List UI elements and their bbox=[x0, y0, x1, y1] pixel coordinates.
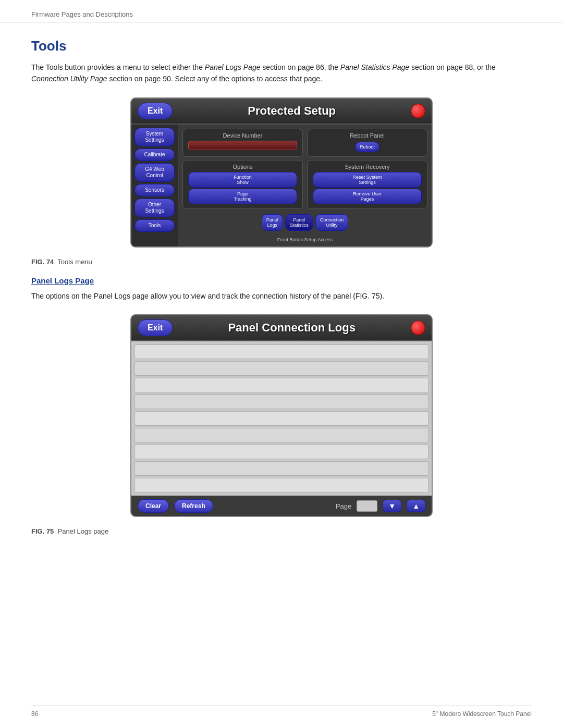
log-row bbox=[134, 361, 429, 376]
g4-web-control-btn[interactable]: G4 WebControl bbox=[134, 163, 175, 182]
logs-panel-header: Exit Panel Connection Logs bbox=[131, 315, 432, 341]
device-number-section: Device Number bbox=[182, 129, 303, 157]
front-button-label: Front Button Setup Access bbox=[182, 237, 427, 242]
reboot-button[interactable]: Reboot bbox=[355, 142, 380, 152]
panel-logs-description: The options on the Panel Logs page allow… bbox=[31, 290, 532, 302]
log-row bbox=[134, 445, 429, 459]
refresh-button[interactable]: Refresh bbox=[174, 499, 213, 513]
panel-header: Exit Protected Setup bbox=[131, 98, 432, 125]
protected-body: SystemSettings Calibrate G4 WebControl S… bbox=[131, 125, 432, 246]
page-number-input[interactable] bbox=[357, 500, 377, 512]
protected-setup-panel: Exit Protected Setup SystemSettings Cali… bbox=[130, 97, 433, 248]
scroll-up-button[interactable]: ▲ bbox=[407, 500, 425, 512]
log-row bbox=[134, 461, 429, 476]
log-row bbox=[134, 378, 429, 392]
function-show-btn[interactable]: FunctionShow bbox=[188, 172, 297, 188]
page-footer: 86 5" Modero Widescreen Touch Panel bbox=[31, 706, 532, 718]
device-number-input[interactable] bbox=[188, 141, 297, 150]
page-number: 86 bbox=[31, 710, 38, 718]
panel-logs-footer: Clear Refresh Page ▼ ▲ bbox=[131, 496, 432, 516]
panel-logs-tool-btn[interactable]: PanelLogs bbox=[262, 214, 283, 231]
log-row bbox=[134, 344, 429, 359]
device-number-label: Device Number bbox=[188, 132, 297, 139]
section-title: Tools bbox=[31, 38, 532, 54]
panel-logs-body bbox=[131, 341, 432, 496]
system-settings-btn[interactable]: SystemSettings bbox=[134, 128, 175, 146]
options-label: Options bbox=[188, 164, 297, 170]
scroll-down-button[interactable]: ▼ bbox=[383, 500, 401, 512]
remove-user-btn[interactable]: Remove UserPages bbox=[313, 189, 422, 204]
panel-logs-panel: Exit Panel Connection Logs Clear Refresh bbox=[130, 314, 433, 517]
panel-statistics-tool-btn[interactable]: PanelStatistics bbox=[285, 214, 313, 231]
other-settings-btn[interactable]: OtherSettings bbox=[134, 199, 175, 217]
sensors-btn[interactable]: Sensors bbox=[134, 184, 175, 196]
bottom-tools-row: PanelLogs PanelStatistics ConnectionUtil… bbox=[182, 212, 427, 233]
reboot-panel-label: Reboot Panel bbox=[350, 132, 385, 139]
reboot-section: Reboot Panel Reboot bbox=[307, 129, 427, 157]
system-recovery-section: System Recovery Reset SystemSettings Rem… bbox=[307, 160, 427, 209]
clear-button[interactable]: Clear bbox=[138, 499, 169, 513]
options-section: Options FunctionShow PageTracking bbox=[182, 160, 303, 209]
page-label: Page bbox=[336, 502, 351, 510]
log-row bbox=[134, 411, 429, 426]
reset-system-btn[interactable]: Reset SystemSettings bbox=[313, 172, 422, 188]
panel-logs-subsection-title: Panel Logs Page bbox=[31, 276, 532, 285]
red-indicator bbox=[411, 104, 425, 118]
log-row bbox=[134, 478, 429, 492]
header-text: Firmware Pages and Descriptions bbox=[31, 10, 133, 18]
tools-btn[interactable]: Tools bbox=[134, 219, 175, 232]
calibrate-btn[interactable]: Calibrate bbox=[134, 149, 175, 161]
product-name: 5" Modero Widescreen Touch Panel bbox=[432, 710, 532, 718]
fig74-caption: FIG. 74 Tools menu bbox=[31, 258, 532, 266]
log-row bbox=[134, 428, 429, 442]
panel-title: Protected Setup bbox=[173, 104, 411, 118]
system-recovery-label: System Recovery bbox=[313, 164, 422, 170]
logs-exit-button[interactable]: Exit bbox=[138, 319, 173, 336]
log-row bbox=[134, 394, 429, 409]
exit-button[interactable]: Exit bbox=[138, 103, 173, 119]
connection-utility-tool-btn[interactable]: ConnectionUtility bbox=[315, 214, 349, 231]
intro-text: The Tools button provides a menu to sele… bbox=[31, 61, 532, 85]
page-tracking-btn[interactable]: PageTracking bbox=[188, 189, 297, 204]
logs-red-indicator bbox=[411, 320, 425, 335]
protected-main: Device Number Reboot Panel Reboot Option… bbox=[178, 125, 432, 246]
top-row: Device Number Reboot Panel Reboot bbox=[182, 129, 427, 157]
logs-panel-title: Panel Connection Logs bbox=[173, 321, 411, 335]
left-sidebar: SystemSettings Calibrate G4 WebControl S… bbox=[131, 125, 178, 246]
fig75-caption: FIG. 75 Panel Logs page bbox=[31, 527, 532, 535]
middle-row: Options FunctionShow PageTracking System… bbox=[182, 160, 427, 209]
